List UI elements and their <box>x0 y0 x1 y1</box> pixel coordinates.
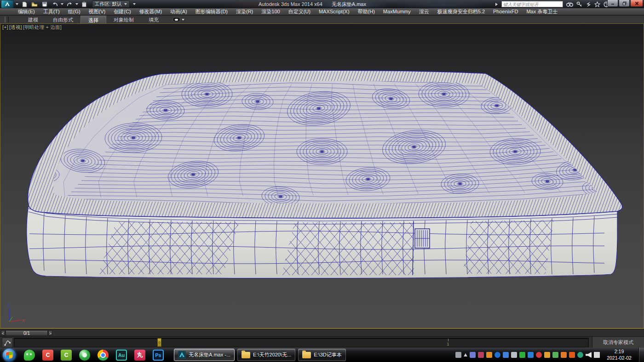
restore-button[interactable] <box>619 0 630 7</box>
menu-max-antivirus[interactable]: Max 杀毒卫士 <box>522 8 562 15</box>
search-input[interactable] <box>501 1 563 7</box>
camtasia-studio-icon[interactable]: C <box>61 350 72 361</box>
track-bar[interactable]: 0 1 <box>14 338 589 347</box>
workspace-extra-caret-icon[interactable] <box>133 3 136 5</box>
photoshop-icon[interactable]: Ps <box>153 350 164 361</box>
taskbar-window-label: E:\天竹2020\无... <box>253 351 291 358</box>
time-slider-handle[interactable]: 0/1 <box>6 330 48 336</box>
ribbon-tab-modeling[interactable]: 建模 <box>21 16 46 23</box>
menu-edit[interactable]: 编辑(E) <box>14 8 39 15</box>
start-button[interactable] <box>3 349 16 362</box>
ribbon-tab-bar: 建模 自由形式 选择 对象绘制 填充 <box>0 15 644 23</box>
taskbar-window-3dsmax[interactable]: 无名床垫A.max -... <box>174 349 235 361</box>
new-scene-button[interactable] <box>20 1 29 8</box>
taskbar-clock[interactable]: 2:19 2021-02-02 <box>602 349 637 361</box>
app-title: Autodesk 3ds Max 2014 x64 <box>259 1 322 7</box>
menu-maxscript[interactable]: MAXScript(X) <box>315 8 354 15</box>
perspective-viewport[interactable]: z x [+] [透视] [明暗处理 + 边面] <box>0 23 644 329</box>
search-binoculars-icon[interactable] <box>566 1 573 7</box>
project-folder-button[interactable] <box>80 1 88 8</box>
tray-screenshot-icon[interactable] <box>561 352 567 358</box>
ribbon-tab-freeform[interactable]: 自由形式 <box>46 16 80 23</box>
taskbar-window-folder-tianzhu[interactable]: E:\天竹2020\无... <box>237 349 295 361</box>
menu-help[interactable]: 帮助(H) <box>354 8 379 15</box>
cancel-expert-mode-button[interactable]: 取消专家模式 <box>592 337 644 348</box>
ribbon-grip-handle[interactable] <box>5 17 9 23</box>
previous-frame-button[interactable]: < <box>1 330 5 336</box>
favorites-star-icon[interactable] <box>594 1 600 7</box>
ribbon-tab-selection[interactable]: 选择 <box>80 16 106 23</box>
menu-group[interactable]: 组(G) <box>64 8 85 15</box>
tray-e-app-icon[interactable] <box>577 352 583 358</box>
close-button[interactable] <box>630 0 643 7</box>
camtasia-recorder-icon[interactable]: C <box>42 350 53 361</box>
menu-animation[interactable]: 动画(A) <box>166 8 191 15</box>
tray-wechat-icon[interactable] <box>519 352 525 358</box>
workspace-selector[interactable]: 工作区: 默认 <box>92 0 130 8</box>
app-menu-caret-icon[interactable] <box>16 3 18 5</box>
wan-app-icon[interactable]: 丸 <box>134 350 145 361</box>
menu-slim-archive[interactable]: 极速瘦身安全归档5.2 <box>433 8 489 15</box>
tray-volume-icon[interactable] <box>586 352 592 358</box>
chrome-icon[interactable] <box>98 350 109 361</box>
redo-history-caret-icon[interactable] <box>75 3 78 5</box>
menu-tools[interactable]: 工具(T) <box>39 8 64 15</box>
viewport-label[interactable]: [+] [透视] [明暗处理 + 边面] <box>2 24 62 31</box>
tray-usb-guard-icon[interactable] <box>486 352 492 358</box>
menu-customize[interactable]: 自定义(U) <box>284 8 315 15</box>
menu-graph-editors[interactable]: 图形编辑器(D) <box>191 8 232 15</box>
ribbon-tab-populate[interactable]: 填充 <box>141 16 166 23</box>
redo-arrow-icon <box>67 2 73 7</box>
minimize-button[interactable] <box>607 0 618 7</box>
keyframe-marker[interactable]: 0 <box>157 338 161 347</box>
menu-render100[interactable]: 渲染100 <box>257 8 284 15</box>
show-desktop-button[interactable] <box>638 348 644 362</box>
tray-network-icon[interactable] <box>594 352 600 358</box>
wechat-icon[interactable] <box>24 350 35 361</box>
next-frame-button[interactable]: > <box>48 330 52 336</box>
tray-cluster-icon[interactable] <box>503 352 509 358</box>
tray-show-hidden-icons[interactable] <box>464 353 467 356</box>
menu-rendering[interactable]: 渲染(R) <box>232 8 257 15</box>
subscription-key-icon[interactable] <box>576 1 582 7</box>
green-browser-icon[interactable] <box>79 350 90 361</box>
viewport-general-menu[interactable]: [+] <box>2 24 8 31</box>
tray-security-shield-icon[interactable] <box>528 352 534 358</box>
viewport-pov-menu[interactable]: [透视] <box>9 24 22 31</box>
tray-k-app-icon[interactable] <box>494 352 500 358</box>
tray-360-icon[interactable] <box>536 352 542 358</box>
infocenter-collapse-icon[interactable] <box>495 2 498 6</box>
undo-button[interactable] <box>51 1 59 8</box>
ribbon-tab-object-paint[interactable]: 对象绘制 <box>106 16 141 23</box>
open-file-button[interactable] <box>30 1 39 8</box>
undo-arrow-icon <box>52 2 58 7</box>
ribbon-minimize-control[interactable] <box>172 17 184 22</box>
tray-input-method-icon[interactable] <box>470 352 476 358</box>
menu-modifiers[interactable]: 修改器(M) <box>135 8 167 15</box>
mini-curve-editor-button[interactable] <box>2 338 13 348</box>
taskbar-window-folder-3dnotes[interactable]: E:\3D记事本 <box>298 349 346 361</box>
menu-phoenixfd[interactable]: PhoenixFD <box>489 8 522 15</box>
menu-xuanyun[interactable]: 渲云 <box>415 8 433 15</box>
menu-maxmummy[interactable]: MaxMummy <box>379 8 415 15</box>
desktop-screen: 工作区: 默认 Autodesk 3ds Max 2014 x64 无名床垫A.… <box>0 0 644 362</box>
communication-center-icon[interactable] <box>586 1 591 7</box>
redo-button[interactable] <box>65 1 74 8</box>
title-texts: Autodesk 3ds Max 2014 x64 无名床垫A.max <box>259 0 366 8</box>
adobe-audition-icon[interactable]: Au <box>116 350 127 361</box>
tray-drive-icon[interactable] <box>544 352 550 358</box>
tray-nx-icon[interactable] <box>478 352 484 358</box>
menu-create[interactable]: 创建(C) <box>109 8 135 15</box>
system-tray <box>455 352 600 358</box>
undo-history-caret-icon[interactable] <box>61 3 63 5</box>
menu-views[interactable]: 视图(V) <box>85 8 110 15</box>
save-floppy-icon <box>42 1 47 7</box>
save-file-button[interactable] <box>40 1 49 8</box>
tray-usb-eject-icon[interactable] <box>552 352 558 358</box>
application-menu-button[interactable] <box>1 0 14 8</box>
viewport-shading-menu[interactable]: [明暗处理 + 边面] <box>23 24 62 31</box>
tray-firewall-icon[interactable] <box>569 352 575 358</box>
tray-reader-icon[interactable] <box>511 352 517 358</box>
new-file-icon <box>22 1 27 7</box>
tray-keyboard-icon[interactable] <box>455 352 461 358</box>
